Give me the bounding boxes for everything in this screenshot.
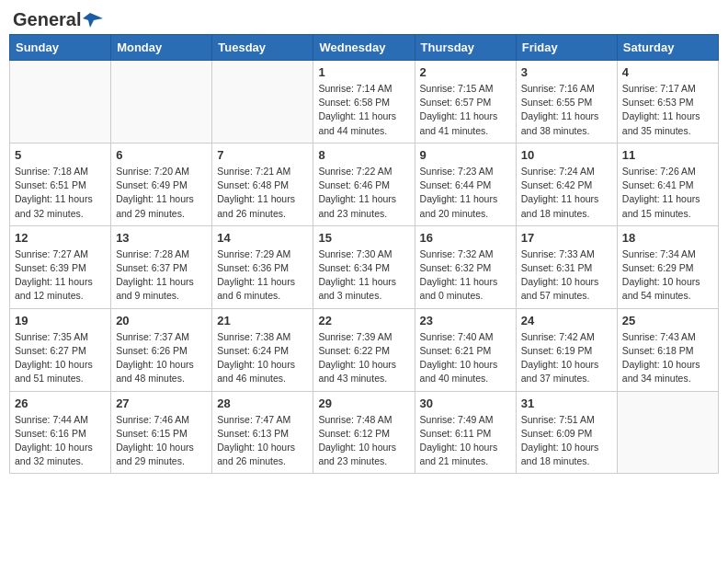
day-number: 3 [521,65,612,79]
day-number: 2 [420,65,511,79]
day-info: Sunrise: 7:38 AM Sunset: 6:24 PM Dayligh… [217,330,308,386]
weekday-header-thursday: Thursday [415,35,516,61]
day-number: 18 [622,231,713,245]
day-info: Sunrise: 7:35 AM Sunset: 6:27 PM Dayligh… [15,330,106,386]
svg-marker-0 [83,13,103,28]
calendar-cell: 22Sunrise: 7:39 AM Sunset: 6:22 PM Dayli… [313,308,415,391]
calendar-cell: 4Sunrise: 7:17 AM Sunset: 6:53 PM Daylig… [617,61,718,144]
day-number: 14 [217,231,308,245]
calendar-cell: 12Sunrise: 7:27 AM Sunset: 6:39 PM Dayli… [10,225,111,308]
weekday-header-sunday: Sunday [10,35,111,61]
calendar-cell: 7Sunrise: 7:21 AM Sunset: 6:48 PM Daylig… [212,143,313,225]
day-info: Sunrise: 7:24 AM Sunset: 6:42 PM Dayligh… [521,165,612,221]
weekday-header-monday: Monday [111,35,212,61]
day-number: 28 [217,396,308,410]
week-row-1: 1Sunrise: 7:14 AM Sunset: 6:58 PM Daylig… [10,61,719,144]
calendar-cell: 14Sunrise: 7:29 AM Sunset: 6:36 PM Dayli… [212,225,313,308]
day-number: 22 [318,314,409,327]
day-number: 11 [622,148,713,162]
day-number: 6 [116,148,207,162]
calendar-cell: 10Sunrise: 7:24 AM Sunset: 6:42 PM Dayli… [516,143,617,225]
week-row-5: 26Sunrise: 7:44 AM Sunset: 6:16 PM Dayli… [10,391,719,474]
day-info: Sunrise: 7:16 AM Sunset: 6:55 PM Dayligh… [521,82,612,138]
calendar-cell: 18Sunrise: 7:34 AM Sunset: 6:29 PM Dayli… [617,225,718,308]
calendar-cell: 29Sunrise: 7:48 AM Sunset: 6:12 PM Dayli… [313,391,415,474]
day-info: Sunrise: 7:32 AM Sunset: 6:32 PM Dayligh… [420,247,511,304]
day-number: 30 [420,396,511,410]
calendar-cell: 2Sunrise: 7:15 AM Sunset: 6:57 PM Daylig… [415,61,516,144]
weekday-header-saturday: Saturday [617,35,718,61]
calendar-cell: 13Sunrise: 7:28 AM Sunset: 6:37 PM Dayli… [111,225,212,308]
calendar-cell: 16Sunrise: 7:32 AM Sunset: 6:32 PM Dayli… [415,225,516,308]
day-info: Sunrise: 7:40 AM Sunset: 6:21 PM Dayligh… [420,330,511,386]
calendar-cell: 8Sunrise: 7:22 AM Sunset: 6:46 PM Daylig… [313,143,415,225]
day-info: Sunrise: 7:28 AM Sunset: 6:37 PM Dayligh… [116,247,207,304]
page-header: General [9,9,719,27]
calendar-cell: 5Sunrise: 7:18 AM Sunset: 6:51 PM Daylig… [10,143,111,225]
day-info: Sunrise: 7:29 AM Sunset: 6:36 PM Dayligh… [217,247,308,304]
day-info: Sunrise: 7:15 AM Sunset: 6:57 PM Dayligh… [420,82,511,138]
calendar-cell: 17Sunrise: 7:33 AM Sunset: 6:31 PM Dayli… [516,225,617,308]
calendar-cell: 27Sunrise: 7:46 AM Sunset: 6:15 PM Dayli… [111,391,212,474]
day-number: 9 [420,148,511,162]
day-info: Sunrise: 7:23 AM Sunset: 6:44 PM Dayligh… [420,165,511,221]
calendar-cell: 1Sunrise: 7:14 AM Sunset: 6:58 PM Daylig… [313,61,415,144]
day-number: 25 [622,314,713,327]
day-number: 12 [15,231,106,245]
day-info: Sunrise: 7:37 AM Sunset: 6:26 PM Dayligh… [116,330,207,386]
day-number: 16 [420,231,511,245]
day-number: 15 [318,231,409,245]
day-info: Sunrise: 7:20 AM Sunset: 6:49 PM Dayligh… [116,165,207,221]
day-number: 4 [622,65,713,79]
day-info: Sunrise: 7:33 AM Sunset: 6:31 PM Dayligh… [521,247,612,304]
logo-bird-icon [83,11,103,29]
day-info: Sunrise: 7:46 AM Sunset: 6:15 PM Dayligh… [116,413,207,469]
day-number: 21 [217,314,308,327]
day-info: Sunrise: 7:44 AM Sunset: 6:16 PM Dayligh… [15,413,106,469]
day-info: Sunrise: 7:34 AM Sunset: 6:29 PM Dayligh… [622,247,713,304]
calendar-cell: 30Sunrise: 7:49 AM Sunset: 6:11 PM Dayli… [415,391,516,474]
calendar-cell: 11Sunrise: 7:26 AM Sunset: 6:41 PM Dayli… [617,143,718,225]
day-number: 27 [116,396,207,410]
calendar-cell: 15Sunrise: 7:30 AM Sunset: 6:34 PM Dayli… [313,225,415,308]
day-info: Sunrise: 7:27 AM Sunset: 6:39 PM Dayligh… [15,247,106,304]
calendar-cell: 20Sunrise: 7:37 AM Sunset: 6:26 PM Dayli… [111,308,212,391]
day-number: 24 [521,314,612,327]
weekday-header-friday: Friday [516,35,617,61]
calendar-cell: 21Sunrise: 7:38 AM Sunset: 6:24 PM Dayli… [212,308,313,391]
calendar-cell: 28Sunrise: 7:47 AM Sunset: 6:13 PM Dayli… [212,391,313,474]
weekday-header-wednesday: Wednesday [313,35,415,61]
day-number: 23 [420,314,511,327]
calendar-cell: 3Sunrise: 7:16 AM Sunset: 6:55 PM Daylig… [516,61,617,144]
calendar-table: SundayMondayTuesdayWednesdayThursdayFrid… [9,34,719,474]
day-info: Sunrise: 7:42 AM Sunset: 6:19 PM Dayligh… [521,330,612,386]
calendar-cell [111,61,212,144]
calendar-cell: 23Sunrise: 7:40 AM Sunset: 6:21 PM Dayli… [415,308,516,391]
week-row-2: 5Sunrise: 7:18 AM Sunset: 6:51 PM Daylig… [10,143,719,225]
day-number: 17 [521,231,612,245]
week-row-4: 19Sunrise: 7:35 AM Sunset: 6:27 PM Dayli… [10,308,719,391]
logo: General [13,9,103,27]
day-info: Sunrise: 7:21 AM Sunset: 6:48 PM Dayligh… [217,165,308,221]
day-info: Sunrise: 7:39 AM Sunset: 6:22 PM Dayligh… [318,330,409,386]
day-number: 20 [116,314,207,327]
calendar-cell [10,61,111,144]
calendar-cell: 9Sunrise: 7:23 AM Sunset: 6:44 PM Daylig… [415,143,516,225]
calendar-cell: 24Sunrise: 7:42 AM Sunset: 6:19 PM Dayli… [516,308,617,391]
calendar-cell: 31Sunrise: 7:51 AM Sunset: 6:09 PM Dayli… [516,391,617,474]
calendar-cell: 26Sunrise: 7:44 AM Sunset: 6:16 PM Dayli… [10,391,111,474]
week-row-3: 12Sunrise: 7:27 AM Sunset: 6:39 PM Dayli… [10,225,719,308]
day-info: Sunrise: 7:18 AM Sunset: 6:51 PM Dayligh… [15,165,106,221]
day-info: Sunrise: 7:22 AM Sunset: 6:46 PM Dayligh… [318,165,409,221]
day-info: Sunrise: 7:48 AM Sunset: 6:12 PM Dayligh… [318,413,409,469]
day-info: Sunrise: 7:51 AM Sunset: 6:09 PM Dayligh… [521,413,612,469]
day-info: Sunrise: 7:14 AM Sunset: 6:58 PM Dayligh… [318,82,409,138]
calendar-cell [617,391,718,474]
calendar-cell [212,61,313,144]
day-number: 8 [318,148,409,162]
day-number: 1 [318,65,409,79]
day-number: 5 [15,148,106,162]
day-info: Sunrise: 7:47 AM Sunset: 6:13 PM Dayligh… [217,413,308,469]
weekday-header-row: SundayMondayTuesdayWednesdayThursdayFrid… [10,35,719,61]
day-info: Sunrise: 7:26 AM Sunset: 6:41 PM Dayligh… [622,165,713,221]
